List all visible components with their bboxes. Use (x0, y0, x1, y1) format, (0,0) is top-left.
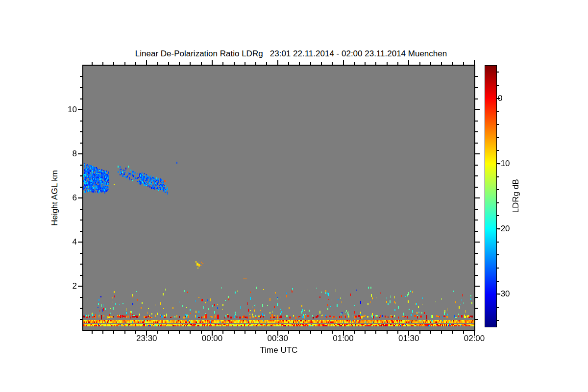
y-tick-label: 4 (47, 237, 77, 247)
colorbar-tick-label: -10 (498, 159, 522, 169)
chart-title: Linear De-Polarization Ratio LDRg 23:01 … (83, 49, 499, 59)
x-axis-title: Time UTC (83, 345, 474, 355)
y-tick-label: 2 (47, 281, 77, 291)
x-tick-label: 01:30 (389, 334, 428, 343)
colorbar-title: LDRg dB (511, 179, 521, 213)
ldr-time-height-figure: Linear De-Polarization Ratio LDRg 23:01 … (0, 0, 588, 392)
heatmap-plot-area (83, 66, 474, 330)
colorbar-tick-label: -20 (498, 224, 522, 234)
y-tick-label: 6 (47, 193, 77, 203)
y-tick-label: 10 (47, 105, 77, 115)
x-tick-label: 00:30 (258, 334, 297, 343)
x-tick-label: 02:00 (455, 334, 494, 343)
colorbar-gradient (485, 66, 496, 327)
x-tick-label: 01:00 (324, 334, 363, 343)
colorbar-tick-label: -30 (498, 289, 522, 299)
colorbar-tick-label: 0 (498, 94, 522, 103)
y-tick-label: 8 (47, 149, 77, 159)
x-tick-label: 00:00 (193, 334, 232, 343)
x-tick-label: 23:30 (127, 334, 166, 343)
